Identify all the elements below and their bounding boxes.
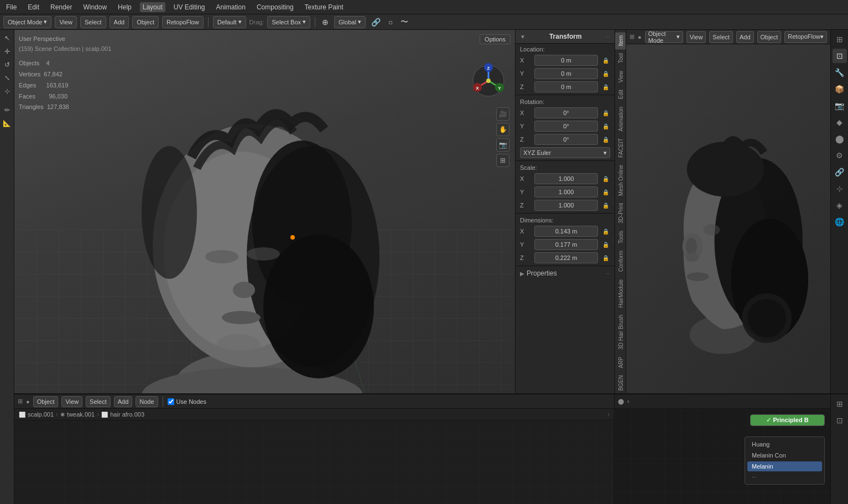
dim-z-lock[interactable]: 🔒 <box>601 253 610 262</box>
right-3d-viewport[interactable] <box>626 44 830 393</box>
snap-icon[interactable]: 🔗 <box>369 17 383 28</box>
nav-gizmo[interactable]: Z Y X <box>471 63 504 96</box>
node-ed-object-icon[interactable]: ● <box>26 398 30 405</box>
node-ed-icon[interactable]: ⊞ <box>18 398 23 405</box>
sidebar-modifiers-icon[interactable]: ⊹ <box>833 181 847 196</box>
vtab-faceit[interactable]: FACEIT <box>615 135 626 161</box>
principled-node-card[interactable]: ✓ Principled B <box>750 414 825 426</box>
main-viewport[interactable]: User Perspective (159) Scene Collection … <box>14 30 515 393</box>
dim-x-field[interactable]: 0.143 m <box>534 226 598 237</box>
sidebar-particles-icon[interactable]: ⬤ <box>833 132 847 146</box>
scale-x-lock[interactable]: 🔒 <box>601 174 610 183</box>
object-btn[interactable]: Object <box>132 16 159 28</box>
loc-y-field[interactable]: 0 m <box>534 68 598 79</box>
transform-tool-icon[interactable]: ⊹ <box>1 85 13 97</box>
vtab-arp[interactable]: ARP <box>615 354 626 372</box>
loc-y-lock[interactable]: 🔒 <box>601 69 610 78</box>
hand-pan-icon[interactable]: ✋ <box>496 123 509 136</box>
bottom-fr-icon-1[interactable]: ⊞ <box>833 397 847 411</box>
r3d-add-btn[interactable]: Add <box>736 31 754 43</box>
r3d-object-icon[interactable]: ● <box>638 34 642 40</box>
cursor-icon[interactable]: ⊕ <box>320 17 331 28</box>
menu-layout[interactable]: Layout <box>140 2 165 12</box>
select-box-btn[interactable]: Select Box▾ <box>267 16 310 28</box>
menu-texture-paint[interactable]: Texture Paint <box>302 2 346 12</box>
sidebar-tools-icon[interactable]: 🔧 <box>833 65 847 80</box>
scale-tool-icon[interactable]: ⤡ <box>1 72 13 84</box>
sidebar-data-icon[interactable]: ◈ <box>833 198 847 212</box>
select-btn-left[interactable]: Select <box>80 16 106 28</box>
rot-x-field[interactable]: 0° <box>534 107 598 118</box>
r3d-mode-icon[interactable]: ⊞ <box>630 33 634 40</box>
vtab-hairmodule[interactable]: HairModule <box>615 276 626 311</box>
scale-x-field[interactable]: 1.000 <box>534 173 598 184</box>
rot-y-field[interactable]: 0° <box>534 121 598 132</box>
vtab-3dhairbrush[interactable]: 3D Hair Brush <box>615 311 626 353</box>
node-node-btn[interactable]: Node <box>136 396 158 407</box>
dim-z-field[interactable]: 0.222 m <box>534 252 598 263</box>
sidebar-icon-2[interactable]: ⊡ <box>833 49 847 63</box>
rot-z-field[interactable]: 0° <box>534 134 598 145</box>
loc-z-lock[interactable]: 🔒 <box>601 82 610 91</box>
r3d-object-mode-btn[interactable]: Object Mode▾ <box>645 31 683 43</box>
huang-node-item[interactable]: Huang <box>747 439 822 449</box>
dim-x-lock[interactable]: 🔒 <box>601 227 610 236</box>
node-select-btn[interactable]: Select <box>86 396 111 407</box>
extra-icon[interactable]: 〜 <box>398 16 410 28</box>
r3d-select-btn[interactable]: Select <box>709 31 733 43</box>
cursor-tool-icon[interactable]: ↖ <box>1 32 13 44</box>
vtab-mesh-online[interactable]: Mesh Online <box>615 162 626 199</box>
options-button[interactable]: Options <box>480 34 511 44</box>
r3d-view-btn[interactable]: View <box>686 31 706 43</box>
menu-uv-editing[interactable]: UV Editing <box>171 2 208 12</box>
use-nodes-input[interactable] <box>168 398 174 405</box>
transform-section-header[interactable]: ▼ Transform ··· <box>516 30 615 44</box>
sidebar-icon-1[interactable]: ⊞ <box>833 32 847 46</box>
view-btn[interactable]: View <box>55 16 77 28</box>
sidebar-material-icon[interactable]: ◆ <box>833 115 847 129</box>
loc-x-field[interactable]: 0 m <box>534 55 598 66</box>
sidebar-object-icon[interactable]: 📦 <box>833 82 847 96</box>
node-object-btn[interactable]: Object <box>33 396 59 407</box>
node-view-btn[interactable]: View <box>61 396 82 407</box>
sidebar-physics-icon[interactable]: ⚙ <box>833 148 847 163</box>
rot-y-lock[interactable]: 🔒 <box>601 122 610 131</box>
node-canvas[interactable] <box>14 420 614 504</box>
r3d-object-btn[interactable]: Object <box>757 31 782 43</box>
scale-y-field[interactable]: 1.000 <box>534 186 598 198</box>
bottom-fr-icon-2[interactable]: ⊡ <box>833 413 847 428</box>
properties-section-header[interactable]: ▶ Properties ··· <box>516 267 615 279</box>
menu-render[interactable]: Render <box>48 2 75 12</box>
vtab-bgen[interactable]: BGEN <box>615 372 626 393</box>
annotate-icon[interactable]: ✏ <box>1 104 13 116</box>
dim-y-field[interactable]: 0.177 m <box>534 239 598 250</box>
sidebar-constraints-icon[interactable]: 🔗 <box>833 165 847 179</box>
object-mode-dropdown[interactable]: Object Mode ▾ <box>3 16 51 28</box>
measure-icon[interactable]: 📐 <box>1 117 13 129</box>
r3d-repoflow-btn[interactable]: RetopoFlow▾ <box>784 31 827 43</box>
loc-z-field[interactable]: 0 m <box>534 81 598 92</box>
add-btn[interactable]: Add <box>110 16 129 28</box>
sidebar-camera-icon[interactable]: 📷 <box>833 98 847 113</box>
loc-x-lock[interactable]: 🔒 <box>601 56 610 65</box>
rne-left-arrow[interactable]: ‹ <box>627 398 629 404</box>
hair-breadcrumb[interactable]: hair afro.003 <box>110 411 144 418</box>
menu-animation[interactable]: Animation <box>214 2 248 12</box>
vtab-3dprint[interactable]: 3D-Print <box>615 200 626 227</box>
vtab-edit[interactable]: Edit <box>615 86 626 102</box>
global-btn[interactable]: Global▾ <box>334 16 366 28</box>
scalp-breadcrumb[interactable]: scalp.001 <box>28 411 54 418</box>
rot-x-lock[interactable]: 🔒 <box>601 108 610 117</box>
zoom-camera-icon[interactable]: 🎥 <box>496 107 509 121</box>
vtab-animation[interactable]: Animation <box>615 103 626 134</box>
use-nodes-checkbox[interactable]: Use Nodes <box>168 398 206 405</box>
menu-file[interactable]: File <box>3 2 19 12</box>
vtab-tool[interactable]: Tool <box>615 50 626 66</box>
rot-z-lock[interactable]: 🔒 <box>601 135 610 144</box>
camera-view-icon[interactable]: 📷 <box>496 138 509 152</box>
repoflow-btn[interactable]: RetopoFlow <box>162 16 204 28</box>
grid-view-icon[interactable]: ⊞ <box>496 154 509 167</box>
menu-help[interactable]: Help <box>115 2 134 12</box>
proportional-icon[interactable]: ○ <box>386 17 395 28</box>
scale-y-lock[interactable]: 🔒 <box>601 188 610 196</box>
